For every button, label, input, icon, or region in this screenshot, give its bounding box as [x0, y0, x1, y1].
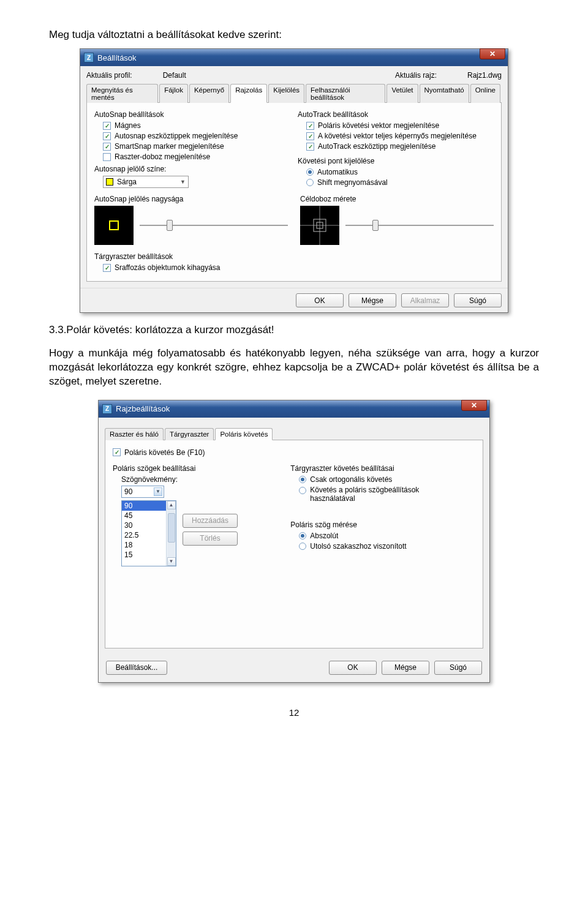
chk-autotrack-tip[interactable]: AutoTrack eszköztipp megjelenítése	[306, 142, 494, 151]
radio-icon[interactable]	[299, 487, 306, 494]
angle-listbox[interactable]: 90 45 30 22.5 18 15 ▲ ▼	[121, 500, 176, 566]
checkbox-icon[interactable]	[103, 143, 111, 151]
close-button[interactable]: ✕	[480, 48, 505, 59]
add-button[interactable]: Hozzáadás	[183, 514, 238, 528]
chk-fullscreen-vector[interactable]: A követési vektor teljes képernyős megje…	[306, 132, 494, 140]
help-button[interactable]: Súgó	[434, 661, 482, 675]
profile-label: Aktuális profil:	[86, 71, 132, 80]
chk-label: Mágnes	[115, 121, 141, 130]
tab-strip: Raszter és háló Tárgyraszter Poláris köv…	[105, 427, 483, 440]
chk-smartsnap[interactable]: SmartSnap marker megjelenítése	[103, 142, 290, 151]
checkbox-icon[interactable]	[306, 132, 314, 140]
tracking-point-title: Követési pont kijelölése	[298, 157, 494, 165]
tab-printable[interactable]: Nyomtatható	[420, 84, 469, 103]
radio-label: Automatikus	[317, 168, 358, 176]
chk-label: Poláris követés Be (F10)	[124, 448, 205, 457]
autosnap-group-title: AutoSnap beállítások	[94, 110, 290, 119]
delete-button[interactable]: Törlés	[183, 532, 238, 546]
autosnap-size-title: AutoSnap jelölés nagysága	[94, 195, 288, 203]
checkbox-icon[interactable]	[103, 122, 111, 130]
radio-shift[interactable]: Shift megnyomásával	[306, 178, 494, 187]
chk-label: A követési vektor teljes képernyős megje…	[318, 132, 477, 140]
increment-dropdown[interactable]: 90 ▼	[121, 486, 164, 498]
app-icon: Z	[102, 404, 112, 414]
page-number: 12	[49, 707, 539, 718]
radio-label: Csak ortogonális követés	[310, 475, 392, 484]
chk-label: Sraffozás objektumok kihagyása	[115, 263, 221, 272]
apply-button[interactable]: Alkalmaz	[401, 293, 449, 307]
autosnap-color-dropdown[interactable]: Sárga ▼	[103, 176, 189, 188]
radio-label: Shift megnyomásával	[317, 178, 388, 187]
checkbox-icon[interactable]	[306, 122, 314, 130]
tab-files[interactable]: Fájlok	[159, 84, 188, 103]
color-value: Sárga	[117, 178, 137, 186]
tab-polar-tracking[interactable]: Poláris követés	[215, 428, 273, 440]
tab-drawing[interactable]: Rajzolás	[230, 84, 267, 103]
chk-label: SmartSnap marker megjelenítése	[115, 142, 224, 151]
scroll-down-icon[interactable]: ▼	[167, 557, 176, 566]
radio-ortho-only[interactable]: Csak ortogonális követés	[299, 475, 475, 484]
checkbox-icon[interactable]	[103, 264, 111, 272]
cancel-button[interactable]: Mégse	[349, 293, 396, 307]
autosnap-size-slider[interactable]	[140, 219, 288, 231]
radio-icon[interactable]	[306, 179, 314, 186]
radio-auto[interactable]: Automatikus	[306, 168, 494, 176]
radio-icon[interactable]	[306, 168, 314, 176]
section-title: 3.3.Polár követés: korlátozza a kurzor m…	[49, 324, 539, 336]
chk-autosnap-tips[interactable]: Autosnap eszköztippek megjelenítése	[103, 132, 290, 140]
ok-button[interactable]: OK	[296, 293, 344, 307]
tab-selection[interactable]: Kijelölés	[268, 84, 304, 103]
cancel-button[interactable]: Mégse	[382, 661, 429, 675]
radio-icon[interactable]	[299, 543, 306, 550]
checkbox-icon[interactable]	[306, 143, 314, 151]
tab-projection[interactable]: Vetület	[386, 84, 418, 103]
chk-hatch-skip[interactable]: Sraffozás objektumok kihagyása	[103, 263, 494, 272]
drawing-value: Rajz1.dwg	[467, 71, 502, 80]
tab-object-snap[interactable]: Tárgyraszter	[165, 428, 214, 440]
radio-relative-last[interactable]: Utolsó szakaszhoz viszonított	[299, 542, 475, 551]
titlebar: Z Rajzbeállítások ✕	[99, 400, 489, 418]
chk-label: Raszter-doboz megjelenítése	[115, 152, 210, 161]
angles-group-title: Poláris szögek beállításai	[113, 464, 283, 473]
chk-raster-box[interactable]: Raszter-doboz megjelenítése	[103, 152, 290, 161]
chk-label: Autosnap eszköztippek megjelenítése	[115, 132, 238, 140]
chk-polar-on[interactable]: Poláris követés Be (F10)	[113, 448, 475, 457]
increment-label: Szögnövekmény:	[121, 475, 283, 484]
chevron-down-icon: ▼	[154, 487, 162, 496]
chk-label: AutoTrack eszköztipp megjelenítése	[318, 142, 435, 151]
radio-use-polar[interactable]: Követés a poláris szögbeállítások haszná…	[299, 486, 475, 503]
target-size-slider[interactable]	[345, 219, 494, 231]
increment-value: 90	[124, 487, 132, 496]
checkbox-icon[interactable]	[103, 153, 111, 161]
radio-icon[interactable]	[299, 476, 306, 483]
ok-button[interactable]: OK	[329, 661, 377, 675]
help-button[interactable]: Súgó	[454, 293, 502, 307]
radio-icon[interactable]	[299, 532, 306, 539]
chk-polar-vector[interactable]: Poláris követési vektor megjelenítése	[306, 121, 494, 130]
measure-group-title: Poláris szög mérése	[290, 521, 475, 529]
options-button[interactable]: Beállítások...	[106, 661, 167, 675]
tab-screen[interactable]: Képernyő	[189, 84, 229, 103]
profile-value: Default	[163, 71, 186, 80]
tab-user[interactable]: Felhasználói beállítások	[306, 84, 385, 103]
body-text: Hogy a munkája még folyamatosabb és haté…	[49, 347, 539, 389]
autosnap-preview	[94, 206, 134, 245]
settings-dialog: Z Beállítások ✕ Aktuális profil: Default…	[80, 48, 508, 313]
chevron-down-icon: ▼	[180, 179, 186, 185]
scrollbar[interactable]: ▲ ▼	[166, 501, 176, 566]
scroll-up-icon[interactable]: ▲	[167, 501, 176, 509]
radio-absolute[interactable]: Abszolút	[299, 532, 475, 540]
intro-text: Meg tudja változtatni a beállításokat ke…	[49, 29, 539, 41]
checkbox-icon[interactable]	[113, 448, 121, 456]
tab-snap-grid[interactable]: Raszter és háló	[105, 428, 164, 440]
tab-open-save[interactable]: Megnyitás és mentés	[86, 84, 158, 103]
checkbox-icon[interactable]	[103, 132, 111, 140]
chk-magnes[interactable]: Mágnes	[103, 121, 290, 130]
close-button[interactable]: ✕	[461, 400, 487, 411]
dialog-title: Rajzbeállítások	[116, 404, 487, 413]
tab-online[interactable]: Online	[470, 84, 500, 103]
drafting-settings-dialog: Z Rajzbeállítások ✕ Raszter és háló Tárg…	[98, 400, 490, 683]
dialog-title: Beállítások	[97, 53, 505, 62]
radio-label: Utolsó szakaszhoz viszonított	[310, 542, 406, 551]
target-size-title: Céldoboz mérete	[300, 195, 494, 203]
